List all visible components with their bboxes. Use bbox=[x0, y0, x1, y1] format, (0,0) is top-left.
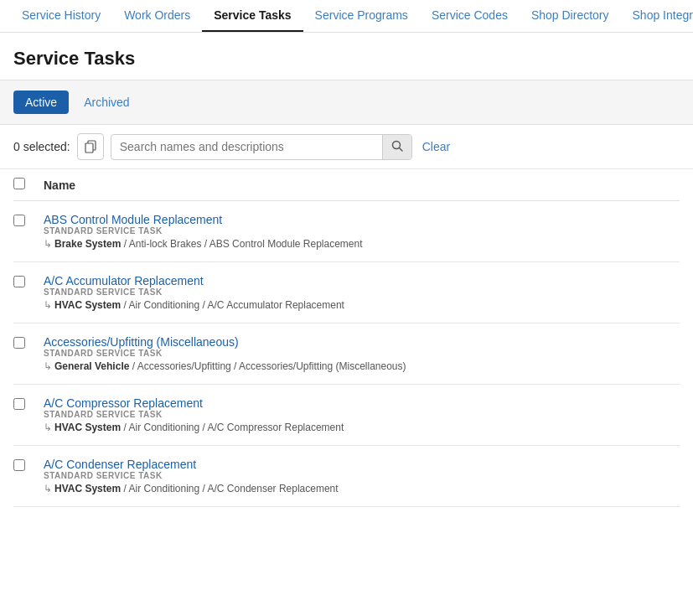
row-checkbox-3[interactable] bbox=[13, 398, 25, 410]
filter-bar: Active Archived bbox=[0, 80, 693, 125]
row-title-0[interactable]: ABS Control Module Replacement bbox=[44, 213, 222, 226]
search-icon bbox=[391, 140, 403, 152]
row-breadcrumb-3: ↳HVAC System / Air Conditioning / A/C Co… bbox=[44, 422, 680, 433]
row-title-4[interactable]: A/C Condenser Replacement bbox=[44, 458, 196, 471]
table-row: A/C Accumulator Replacement STANDARD SER… bbox=[13, 262, 680, 324]
row-content-2: Accessories/Upfitting (Miscellaneous) ST… bbox=[44, 335, 680, 372]
row-breadcrumb-0: ↳Brake System / Anti-lock Brakes / ABS C… bbox=[44, 238, 680, 250]
nav-service-codes[interactable]: Service Codes bbox=[420, 0, 520, 32]
row-checkbox-1[interactable] bbox=[13, 276, 25, 287]
row-breadcrumb-rest-0: / Anti-lock Brakes / ABS Control Module … bbox=[121, 238, 362, 250]
nav-service-history[interactable]: Service History bbox=[10, 0, 112, 32]
table-row: A/C Condenser Replacement STANDARD SERVI… bbox=[13, 446, 680, 507]
top-navigation: Service History Work Orders Service Task… bbox=[0, 0, 693, 33]
row-breadcrumb-bold-3: HVAC System bbox=[54, 422, 121, 433]
service-tasks-table: Name ABS Control Module Replacement STAN… bbox=[0, 169, 693, 507]
row-breadcrumb-bold-0: Brake System bbox=[54, 238, 121, 250]
clear-button[interactable]: Clear bbox=[419, 135, 453, 158]
row-subtitle-3: STANDARD SERVICE TASK bbox=[44, 410, 680, 419]
row-breadcrumb-2: ↳General Vehicle / Accessories/Upfitting… bbox=[44, 360, 680, 372]
table-row: Accessories/Upfitting (Miscellaneous) ST… bbox=[13, 324, 680, 385]
row-content-4: A/C Condenser Replacement STANDARD SERVI… bbox=[44, 458, 680, 494]
row-subtitle-1: STANDARD SERVICE TASK bbox=[44, 287, 680, 297]
nav-shop-integration[interactable]: Shop Integration bbox=[621, 0, 693, 32]
nav-service-programs[interactable]: Service Programs bbox=[303, 0, 420, 32]
selected-bar: 0 selected: Clear bbox=[0, 125, 693, 169]
nav-service-tasks[interactable]: Service Tasks bbox=[202, 0, 303, 32]
table-row: A/C Compressor Replacement STANDARD SERV… bbox=[13, 385, 680, 446]
table-header-name: Name bbox=[44, 179, 75, 192]
row-checkbox-0[interactable] bbox=[13, 215, 25, 226]
row-breadcrumb-rest-1: / Air Conditioning / A/C Accumulator Rep… bbox=[121, 299, 344, 311]
row-title-3[interactable]: A/C Compressor Replacement bbox=[44, 396, 203, 410]
search-input[interactable] bbox=[111, 135, 382, 158]
row-content-1: A/C Accumulator Replacement STANDARD SER… bbox=[44, 274, 680, 311]
row-breadcrumb-rest-3: / Air Conditioning / A/C Compressor Repl… bbox=[121, 422, 344, 433]
row-title-2[interactable]: Accessories/Upfitting (Miscellaneous) bbox=[44, 335, 239, 349]
row-subtitle-4: STANDARD SERVICE TASK bbox=[44, 471, 680, 480]
row-subtitle-2: STANDARD SERVICE TASK bbox=[44, 349, 680, 358]
copy-button[interactable] bbox=[77, 133, 104, 160]
row-breadcrumb-bold-2: General Vehicle bbox=[54, 360, 129, 372]
row-breadcrumb-4: ↳HVAC System / Air Conditioning / A/C Co… bbox=[44, 483, 680, 494]
search-wrapper bbox=[111, 134, 412, 160]
row-breadcrumb-bold-1: HVAC System bbox=[54, 299, 121, 311]
row-checkbox-4[interactable] bbox=[13, 459, 25, 471]
row-breadcrumb-rest-2: / Accessories/Upfitting / Accessories/Up… bbox=[129, 360, 406, 372]
row-checkbox-2[interactable] bbox=[13, 337, 25, 349]
table-row: ABS Control Module Replacement STANDARD … bbox=[13, 201, 680, 262]
archived-filter-button[interactable]: Archived bbox=[75, 91, 137, 114]
copy-icon bbox=[84, 140, 97, 153]
page-title: Service Tasks bbox=[13, 48, 680, 70]
svg-line-3 bbox=[399, 148, 402, 151]
table-header-row: Name bbox=[13, 169, 680, 201]
svg-rect-1 bbox=[85, 143, 93, 153]
nav-work-orders[interactable]: Work Orders bbox=[112, 0, 202, 32]
row-breadcrumb-rest-4: / Air Conditioning / A/C Condenser Repla… bbox=[121, 483, 338, 494]
nav-shop-directory[interactable]: Shop Directory bbox=[520, 0, 621, 32]
row-content-3: A/C Compressor Replacement STANDARD SERV… bbox=[44, 396, 680, 433]
page-header: Service Tasks bbox=[0, 33, 693, 80]
selected-count-label: 0 selected: bbox=[13, 140, 70, 153]
select-all-checkbox[interactable] bbox=[13, 178, 25, 189]
row-breadcrumb-bold-4: HVAC System bbox=[54, 483, 121, 494]
row-breadcrumb-1: ↳HVAC System / Air Conditioning / A/C Ac… bbox=[44, 299, 680, 311]
row-title-1[interactable]: A/C Accumulator Replacement bbox=[44, 274, 204, 287]
search-button[interactable] bbox=[382, 135, 411, 159]
active-filter-button[interactable]: Active bbox=[13, 91, 69, 114]
row-subtitle-0: STANDARD SERVICE TASK bbox=[44, 226, 680, 236]
row-content-0: ABS Control Module Replacement STANDARD … bbox=[44, 213, 680, 250]
